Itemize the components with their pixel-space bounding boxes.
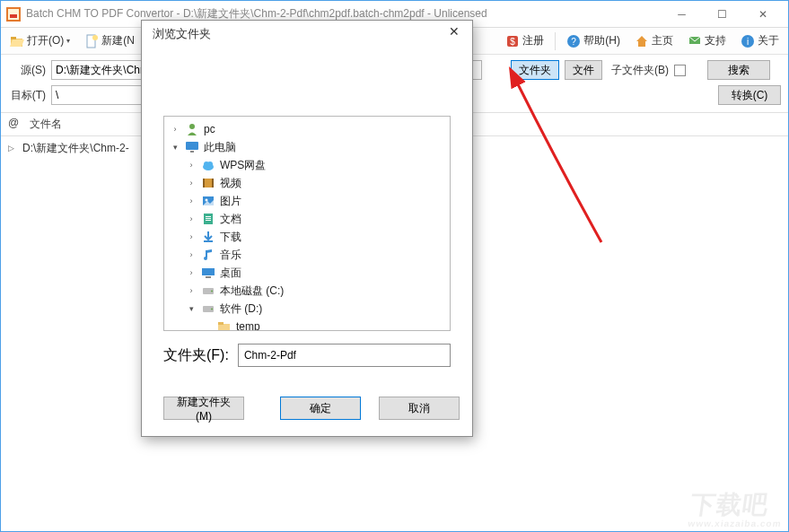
- svg-point-19: [207, 161, 213, 167]
- tree-twisty-icon[interactable]: ›: [186, 179, 197, 188]
- tree-node[interactable]: ›pc: [166, 120, 448, 138]
- new-file-icon: [84, 34, 99, 48]
- svg-rect-16: [190, 151, 194, 153]
- tree-node-label: 图片: [220, 194, 241, 209]
- tree-twisty-icon[interactable]: ›: [186, 286, 197, 295]
- svg-rect-22: [212, 179, 214, 188]
- person-icon: [185, 122, 199, 136]
- browse-folder-dialog: 浏览文件夹 ✕ ›pc▾此电脑›WPS网盘›视频›图片›文档›下载›音乐›桌面›…: [141, 20, 473, 437]
- about-button[interactable]: i 关于: [735, 31, 785, 50]
- desktop-icon: [201, 266, 215, 280]
- svg-point-6: [92, 35, 98, 40]
- expand-icon[interactable]: ▷: [8, 144, 17, 153]
- ok-button[interactable]: 确定: [280, 397, 361, 420]
- svg-rect-31: [202, 268, 215, 275]
- tree-node[interactable]: ›WPS网盘: [166, 156, 448, 174]
- folder-field-label: 文件夹(F):: [163, 346, 229, 365]
- home-button[interactable]: 主页: [629, 31, 679, 50]
- svg-rect-32: [206, 276, 211, 278]
- tree-node-label: 下载: [220, 230, 241, 245]
- tree-node-label: 音乐: [220, 248, 241, 263]
- support-icon: [688, 34, 702, 48]
- svg-rect-26: [206, 216, 211, 217]
- tree-node-label: 本地磁盘 (C:): [220, 283, 284, 299]
- svg-point-30: [204, 257, 207, 260]
- tree-node[interactable]: ▾此电脑: [166, 138, 448, 156]
- tree-node[interactable]: ›桌面: [166, 264, 448, 282]
- svg-rect-15: [186, 142, 198, 150]
- tree-node-label: temp: [236, 320, 260, 330]
- tree-twisty-icon[interactable]: ›: [170, 125, 180, 134]
- svg-rect-38: [218, 322, 224, 325]
- source-label: 源(S): [8, 63, 46, 78]
- tree-node[interactable]: ›音乐: [166, 246, 448, 264]
- dialog-buttons: 新建文件夹(M) 确定 取消: [163, 397, 451, 420]
- dialog-close-button[interactable]: ✕: [442, 24, 467, 44]
- tree-node[interactable]: ›文档: [166, 210, 448, 228]
- folder-tree[interactable]: ›pc▾此电脑›WPS网盘›视频›图片›文档›下载›音乐›桌面›本地磁盘 (C:…: [164, 117, 450, 330]
- drive-icon: [201, 301, 215, 316]
- svg-text:$: $: [511, 37, 516, 47]
- svg-point-34: [211, 291, 213, 292]
- help-button[interactable]: ? 帮助(H): [561, 31, 626, 50]
- home-icon: [635, 34, 649, 48]
- close-button[interactable]: ✕: [742, 2, 783, 27]
- search-button[interactable]: 搜索: [707, 60, 770, 80]
- tree-node[interactable]: ▾软件 (D:): [166, 300, 448, 318]
- target-label: 目标(T): [8, 88, 46, 103]
- tree-node[interactable]: ›本地磁盘 (C:): [166, 282, 448, 300]
- doc-icon: [201, 212, 215, 226]
- tree-node[interactable]: ›视频: [166, 174, 448, 192]
- svg-point-14: [189, 124, 195, 129]
- tree-twisty-icon[interactable]: ›: [186, 161, 197, 170]
- tree-twisty-icon[interactable]: ›: [186, 268, 197, 277]
- folder-tree-wrap: ›pc▾此电脑›WPS网盘›视频›图片›文档›下载›音乐›桌面›本地磁盘 (C:…: [163, 116, 451, 331]
- svg-text:?: ?: [572, 37, 577, 47]
- register-icon: $: [505, 34, 520, 48]
- folder-name-input[interactable]: [238, 344, 451, 367]
- header-at[interactable]: @: [8, 117, 30, 132]
- subfolder-checkbox[interactable]: [674, 65, 686, 76]
- tree-node[interactable]: temp: [166, 318, 448, 330]
- tree-twisty-icon[interactable]: ▾: [186, 304, 197, 313]
- picture-icon: [201, 194, 215, 208]
- header-filename[interactable]: 文件名: [30, 117, 62, 132]
- register-button[interactable]: $ 注册: [500, 31, 549, 50]
- dialog-titlebar: 浏览文件夹 ✕: [142, 21, 472, 48]
- svg-rect-4: [11, 37, 16, 39]
- svg-point-36: [211, 309, 213, 310]
- svg-text:i: i: [747, 37, 749, 47]
- tree-node[interactable]: ›下载: [166, 228, 448, 246]
- info-icon: i: [741, 34, 755, 48]
- convert-button[interactable]: 转换(C): [718, 85, 781, 105]
- minimize-button[interactable]: ─: [662, 2, 702, 27]
- help-icon: ?: [566, 34, 581, 48]
- new-folder-button[interactable]: 新建文件夹(M): [163, 397, 244, 420]
- dialog-title: 浏览文件夹: [153, 26, 211, 42]
- svg-rect-37: [218, 324, 230, 330]
- subfolder-label: 子文件夹(B): [611, 63, 669, 78]
- monitor-icon: [185, 140, 199, 154]
- folder-icon: [217, 319, 232, 330]
- tree-twisty-icon[interactable]: ›: [186, 196, 197, 205]
- new-button[interactable]: 新建(N: [79, 31, 140, 50]
- tree-twisty-icon[interactable]: ▾: [170, 143, 180, 152]
- svg-rect-27: [206, 218, 211, 219]
- support-button[interactable]: 支持: [682, 31, 732, 50]
- tree-twisty-icon[interactable]: ›: [186, 250, 197, 259]
- tree-twisty-icon[interactable]: ›: [186, 214, 197, 223]
- svg-rect-2: [10, 14, 17, 18]
- app-icon: [6, 7, 21, 22]
- tree-twisty-icon[interactable]: ›: [186, 232, 197, 241]
- folder-field-row: 文件夹(F):: [163, 344, 451, 367]
- tree-node-label: 软件 (D:): [220, 301, 262, 317]
- tree-node-label: pc: [204, 123, 215, 135]
- svg-rect-28: [206, 220, 211, 221]
- open-button[interactable]: 打开(O)▾: [4, 31, 75, 50]
- cancel-button[interactable]: 取消: [379, 397, 460, 420]
- browse-file-button[interactable]: 文件: [565, 60, 602, 80]
- browse-folder-button[interactable]: 文件夹: [511, 60, 559, 80]
- tree-node-label: 文档: [220, 212, 241, 227]
- tree-node[interactable]: ›图片: [166, 192, 448, 210]
- maximize-button[interactable]: ☐: [702, 2, 742, 27]
